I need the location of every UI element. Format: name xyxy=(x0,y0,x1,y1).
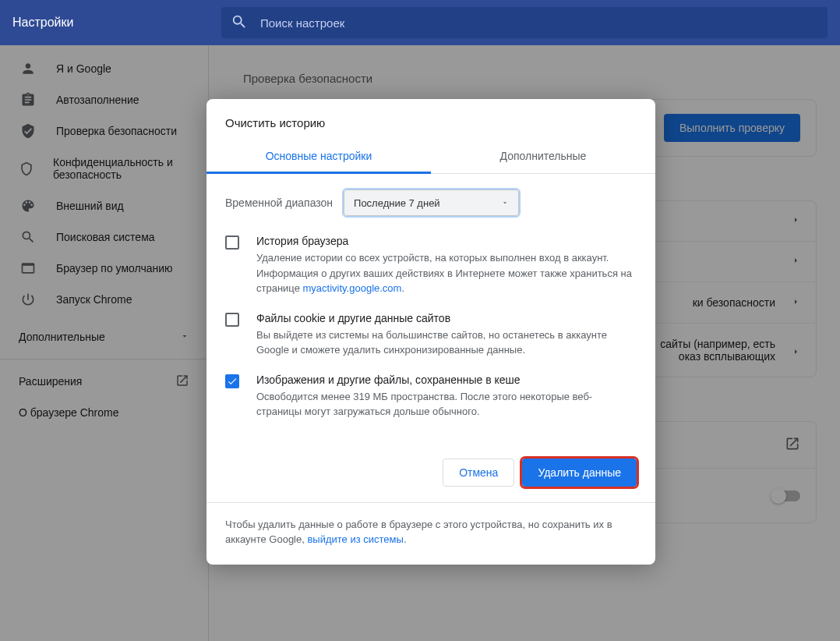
clear-history-dialog: Очистить историю Основные настройки Допо… xyxy=(206,99,655,565)
check-browsing-history: История браузера Удаление истории со все… xyxy=(225,235,637,296)
search-icon xyxy=(231,13,260,33)
dialog-footer: Чтобы удалить данные о работе в браузере… xyxy=(206,502,655,565)
checkbox[interactable] xyxy=(225,374,239,388)
tab-advanced[interactable]: Дополнительные xyxy=(431,139,655,173)
myactivity-link[interactable]: myactivity.google.com xyxy=(303,282,402,294)
timerange-value: Последние 7 дней xyxy=(354,197,440,209)
check-title: Изображения и другие файлы, сохраненные … xyxy=(256,374,637,386)
check-desc: Вы выйдете из системы на большинстве сай… xyxy=(256,328,637,358)
check-title: История браузера xyxy=(256,235,637,247)
page-title: Настройки xyxy=(12,16,221,30)
check-cookies: Файлы cookie и другие данные сайтов Вы в… xyxy=(225,312,637,358)
check-title: Файлы cookie и другие данные сайтов xyxy=(256,312,637,324)
topbar: Настройки xyxy=(0,0,840,45)
tab-basic[interactable]: Основные настройки xyxy=(206,139,431,173)
delete-data-button[interactable]: Удалить данные xyxy=(522,459,637,487)
search-bar[interactable] xyxy=(221,7,828,38)
sign-out-link[interactable]: выйдите из системы xyxy=(307,533,403,545)
chevron-down-icon xyxy=(501,197,509,209)
dialog-title: Очистить историю xyxy=(206,99,655,139)
check-desc: Удаление истории со всех устройств, на к… xyxy=(256,250,637,296)
check-desc: Освободится менее 319 МБ пространства. П… xyxy=(256,389,637,420)
search-input[interactable] xyxy=(260,16,818,30)
timerange-label: Временной диапазон xyxy=(225,197,333,209)
checkbox[interactable] xyxy=(225,236,239,250)
timerange-select[interactable]: Последние 7 дней xyxy=(344,189,519,216)
dialog-tabs: Основные настройки Дополнительные xyxy=(206,139,655,174)
checkbox[interactable] xyxy=(225,313,239,327)
cancel-button[interactable]: Отмена xyxy=(443,459,514,487)
check-cached-images: Изображения и другие файлы, сохраненные … xyxy=(225,374,637,420)
